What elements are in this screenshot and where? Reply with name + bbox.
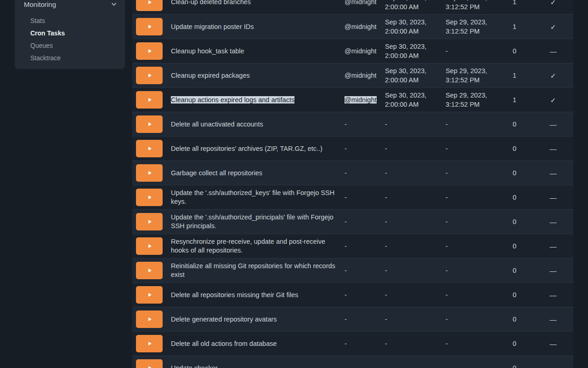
run-task-button[interactable] <box>136 115 163 133</box>
task-name: Update the '.ssh/authorized_principals' … <box>171 213 334 230</box>
run-task-button[interactable] <box>136 67 163 84</box>
task-previous-run: - <box>442 168 502 178</box>
task-status-icon: ✓ <box>527 23 573 31</box>
task-schedule: @midnight <box>345 23 377 30</box>
play-icon <box>148 196 152 199</box>
next-run-date: Sep 30, 2023, <box>385 42 442 51</box>
task-exec-count: 0 <box>502 47 527 56</box>
sidebar-item-stats[interactable]: Stats <box>15 15 125 27</box>
cron-task-row: Update checker - - - 0 — <box>132 356 573 368</box>
run-task-button[interactable] <box>136 213 163 230</box>
previous-run-time: 3:12:52 PM <box>446 27 502 36</box>
task-name-cell: Delete all repositories missing their Gi… <box>167 291 341 299</box>
cron-task-row: Garbage collect all repositories - - - 0… <box>132 161 573 185</box>
previous-run-date: - <box>446 315 502 324</box>
task-previous-run: Sep 29, 2023, 3:12:52 PM <box>442 0 502 12</box>
task-name-cell: Update the '.ssh/authorized_keys' file w… <box>167 189 341 206</box>
cron-task-row: Resynchronize pre-receive, update and po… <box>132 234 573 258</box>
task-name-cell: Delete all old actions from database <box>167 339 341 348</box>
run-task-button[interactable] <box>136 335 163 352</box>
play-icon <box>148 25 152 29</box>
run-task-button[interactable] <box>136 42 163 60</box>
run-task-button[interactable] <box>136 140 163 157</box>
task-name-cell: Delete all repositories' archives (ZIP, … <box>167 144 341 153</box>
cron-task-row: Reinitialize all missing Git repositorie… <box>132 258 573 282</box>
play-icon <box>148 98 152 102</box>
task-next-run: - <box>381 363 442 368</box>
sidebar-item-stacktrace[interactable]: Stacktrace <box>15 52 125 64</box>
task-next-run: - <box>381 315 442 324</box>
run-task-button[interactable] <box>136 286 163 304</box>
task-name: Cleanup hook_task table <box>171 47 244 55</box>
task-status-icon: — <box>527 144 573 153</box>
task-name: Cleanup actions expired logs and artifac… <box>171 96 294 104</box>
task-schedule: - <box>345 194 347 201</box>
run-task-button[interactable] <box>136 262 163 279</box>
next-run-time: 2:00:00 AM <box>385 75 442 85</box>
task-previous-run: - <box>442 315 502 324</box>
task-previous-run: - <box>442 217 502 226</box>
run-task-button[interactable] <box>136 359 163 368</box>
task-exec-count: 1 <box>502 23 527 31</box>
task-name-cell: Cleanup actions expired logs and artifac… <box>167 96 341 104</box>
next-run-date: - <box>385 217 442 226</box>
previous-run-date: - <box>446 144 502 153</box>
task-schedule: @midnight <box>345 72 377 79</box>
task-schedule-cell: @midnight <box>341 96 381 104</box>
previous-run-date: - <box>446 193 502 202</box>
run-task-button[interactable] <box>136 164 163 182</box>
task-status-icon: — <box>527 47 573 56</box>
task-status-icon: — <box>527 339 573 348</box>
run-task-button[interactable] <box>136 189 163 206</box>
task-exec-count: 0 <box>502 266 527 275</box>
task-schedule: - <box>345 340 347 347</box>
run-task-button[interactable] <box>136 18 163 35</box>
task-next-run: - <box>381 217 442 226</box>
next-run-time: 2:00:00 AM <box>385 2 442 12</box>
run-task-button[interactable] <box>136 310 163 328</box>
previous-run-date: - <box>446 120 502 129</box>
task-next-run: Sep 30, 2023, 2:00:00 AM <box>381 91 442 109</box>
task-status-icon: — <box>527 291 573 299</box>
task-schedule: - <box>345 169 347 177</box>
run-task-button[interactable] <box>136 237 163 255</box>
task-schedule-cell: @midnight <box>341 71 381 80</box>
next-run-date: - <box>385 144 442 153</box>
sidebar-item-queues[interactable]: Queues <box>15 40 125 52</box>
run-task-button[interactable] <box>136 0 163 11</box>
next-run-date: - <box>385 242 442 251</box>
task-name: Clean-up deleted branches <box>171 0 251 6</box>
cron-task-row: Cleanup hook_task table @midnight Sep 30… <box>132 39 573 63</box>
task-name: Update the '.ssh/authorized_keys' file w… <box>171 189 334 205</box>
task-schedule-cell: @midnight <box>341 0 381 6</box>
task-exec-count: 0 <box>502 193 527 202</box>
sidebar-item-cron-tasks[interactable]: Cron Tasks <box>15 27 125 40</box>
sidebar-header-label: Monitoring <box>24 0 56 8</box>
previous-run-date: Sep 29, 2023, <box>446 91 502 100</box>
run-task-button[interactable] <box>136 91 163 109</box>
task-name-cell: Cleanup hook_task table <box>167 47 341 56</box>
task-schedule: - <box>345 267 347 274</box>
task-schedule-cell: - <box>341 339 381 348</box>
task-previous-run: - <box>442 120 502 129</box>
cron-task-row: Cleanup actions expired logs and artifac… <box>132 87 573 112</box>
next-run-date: Sep 30, 2023, <box>385 91 442 100</box>
task-schedule: - <box>345 364 347 368</box>
cron-task-row: Update the '.ssh/authorized_principals' … <box>132 209 573 234</box>
task-status-icon: — <box>527 218 573 226</box>
cron-task-row: Delete all unactivated accounts - - - 0 … <box>132 112 573 136</box>
task-name-cell: Garbage collect all repositories <box>167 169 341 178</box>
task-next-run: - <box>381 242 442 251</box>
play-icon <box>148 293 152 297</box>
task-name-cell: Update migration poster IDs <box>167 23 341 31</box>
cron-task-row: Clean-up deleted branches @midnight Sep … <box>132 0 573 14</box>
sidebar-header-monitoring[interactable]: Monitoring <box>15 0 125 8</box>
task-name-cell: Delete generated repository avatars <box>167 315 341 324</box>
next-run-time: 2:00:00 AM <box>385 51 442 60</box>
task-exec-count: 0 <box>502 169 527 178</box>
task-schedule: - <box>345 291 347 299</box>
next-run-date: - <box>385 315 442 324</box>
task-schedule-cell: @midnight <box>341 47 381 56</box>
task-status-icon: — <box>527 364 573 368</box>
task-schedule-cell: - <box>341 144 381 153</box>
